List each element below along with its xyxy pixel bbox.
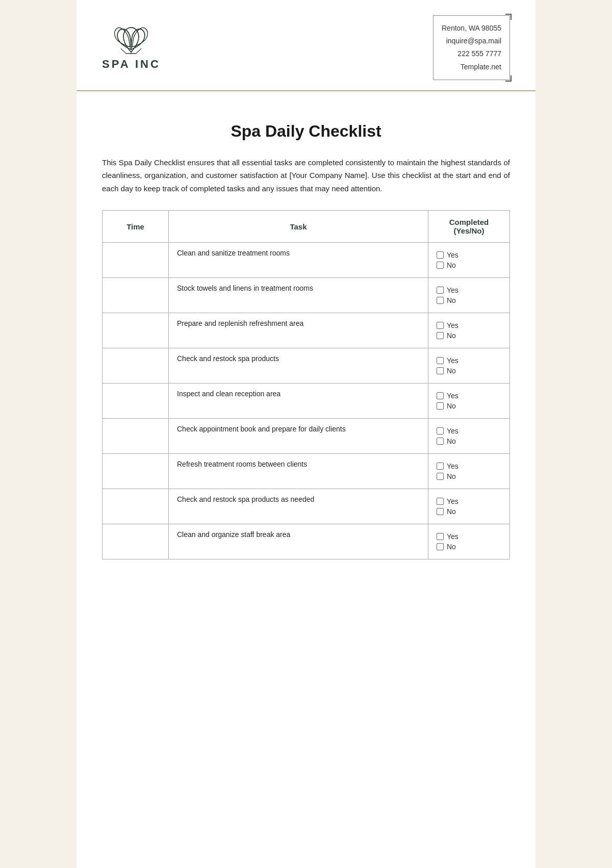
task-cell: Check and restock spa products xyxy=(169,348,428,384)
completed-cell[interactable]: YesNo xyxy=(428,454,510,489)
checkbox-square[interactable] xyxy=(437,297,444,304)
checkbox-square[interactable] xyxy=(437,357,444,364)
table-row: Clean and organize staff break areaYesNo xyxy=(103,524,510,559)
checkbox-label: Yes xyxy=(447,286,458,294)
table-row: Inspect and clean reception areaYesNo xyxy=(103,384,510,419)
checkbox-square[interactable] xyxy=(437,251,444,259)
header-completed: Completed (Yes/No) xyxy=(428,211,510,243)
table-row: Check and restock spa products as needed… xyxy=(103,489,510,524)
completed-cell[interactable]: YesNo xyxy=(428,243,510,278)
checkbox-no[interactable]: No xyxy=(437,543,501,551)
checkbox-label: No xyxy=(447,261,456,269)
table-row: Stock towels and linens in treatment roo… xyxy=(103,278,510,313)
time-cell xyxy=(103,489,169,524)
company-name: SPA INC xyxy=(102,58,161,71)
page: SPA INC Renton, WA 98055 inquire@spa.mai… xyxy=(76,0,536,868)
checkbox-square[interactable] xyxy=(437,392,444,399)
checkbox-yes[interactable]: Yes xyxy=(437,321,501,329)
logo-area: SPA INC xyxy=(102,24,161,71)
completed-cell[interactable]: YesNo xyxy=(428,348,510,384)
checkbox-yes[interactable]: Yes xyxy=(437,532,501,541)
company-email: inquire@spa.mail xyxy=(442,35,501,47)
time-cell xyxy=(103,348,169,384)
task-cell: Check appointment book and prepare for d… xyxy=(169,419,428,454)
checkbox-label: No xyxy=(447,296,456,304)
completed-cell[interactable]: YesNo xyxy=(428,489,510,524)
document-description: This Spa Daily Checklist ensures that al… xyxy=(102,156,510,195)
checkbox-label: Yes xyxy=(447,462,458,470)
checkbox-label: No xyxy=(447,367,456,375)
checkbox-square[interactable] xyxy=(437,438,444,445)
checkbox-no[interactable]: No xyxy=(437,437,501,445)
checkbox-label: No xyxy=(447,402,456,410)
completed-cell[interactable]: YesNo xyxy=(428,419,510,454)
checkbox-square[interactable] xyxy=(437,427,444,435)
checklist-table: Time Task Completed (Yes/No) Clean and s… xyxy=(102,210,510,559)
time-cell xyxy=(103,419,169,454)
completed-cell[interactable]: YesNo xyxy=(428,278,510,313)
table-row: Refresh treatment rooms between clientsY… xyxy=(103,454,510,489)
checkbox-label: No xyxy=(447,331,456,340)
header-task: Task xyxy=(169,211,428,243)
table-row: Check and restock spa productsYesNo xyxy=(103,348,510,384)
checkbox-square[interactable] xyxy=(437,287,444,294)
checkbox-yes[interactable]: Yes xyxy=(437,497,501,505)
checkbox-square[interactable] xyxy=(437,332,444,339)
checkbox-square[interactable] xyxy=(437,508,444,515)
checkbox-square[interactable] xyxy=(437,262,444,269)
completed-cell[interactable]: YesNo xyxy=(428,313,510,348)
header: SPA INC Renton, WA 98055 inquire@spa.mai… xyxy=(76,0,536,91)
time-cell xyxy=(103,313,169,348)
checkbox-square[interactable] xyxy=(437,367,444,374)
time-cell xyxy=(103,454,169,489)
checkbox-no[interactable]: No xyxy=(437,402,501,410)
checkbox-yes[interactable]: Yes xyxy=(437,462,501,470)
checkbox-label: Yes xyxy=(447,497,458,505)
checkbox-no[interactable]: No xyxy=(437,261,501,269)
checkbox-yes[interactable]: Yes xyxy=(437,392,501,400)
checkbox-square[interactable] xyxy=(437,498,444,505)
time-cell xyxy=(103,278,169,313)
time-cell xyxy=(103,524,169,559)
checkbox-label: No xyxy=(447,437,456,445)
task-cell: Prepare and replenish refreshment area xyxy=(169,313,428,348)
checkbox-label: Yes xyxy=(447,427,458,435)
table-row: Check appointment book and prepare for d… xyxy=(103,419,510,454)
contact-block: Renton, WA 98055 inquire@spa.mail 222 55… xyxy=(433,15,510,80)
task-cell: Check and restock spa products as needed xyxy=(169,489,428,524)
checkbox-label: No xyxy=(447,472,456,480)
main-content: Spa Daily Checklist This Spa Daily Check… xyxy=(76,91,536,580)
checkbox-yes[interactable]: Yes xyxy=(437,427,501,435)
time-cell xyxy=(103,243,169,278)
checkbox-label: No xyxy=(447,507,456,516)
task-cell: Refresh treatment rooms between clients xyxy=(169,454,428,489)
checkbox-no[interactable]: No xyxy=(437,472,501,480)
checkbox-label: Yes xyxy=(447,356,458,365)
checkbox-square[interactable] xyxy=(437,322,444,329)
checkbox-no[interactable]: No xyxy=(437,367,501,375)
task-cell: Stock towels and linens in treatment roo… xyxy=(169,278,428,313)
checkbox-yes[interactable]: Yes xyxy=(437,286,501,294)
checkbox-yes[interactable]: Yes xyxy=(437,251,501,259)
checkbox-square[interactable] xyxy=(437,402,444,410)
checkbox-square[interactable] xyxy=(437,533,444,540)
checkbox-square[interactable] xyxy=(437,463,444,470)
checkbox-no[interactable]: No xyxy=(437,296,501,304)
checkbox-label: Yes xyxy=(447,321,458,329)
document-title: Spa Daily Checklist xyxy=(102,122,510,141)
checkbox-yes[interactable]: Yes xyxy=(437,356,501,365)
table-header-row: Time Task Completed (Yes/No) xyxy=(103,211,510,243)
company-website: Template.net xyxy=(442,61,501,73)
company-address: Renton, WA 98055 xyxy=(442,22,501,35)
task-cell: Clean and sanitize treatment rooms xyxy=(169,243,428,278)
checkbox-label: Yes xyxy=(447,392,458,400)
completed-cell[interactable]: YesNo xyxy=(428,384,510,419)
completed-cell[interactable]: YesNo xyxy=(428,524,510,559)
checkbox-no[interactable]: No xyxy=(437,507,501,516)
checkbox-square[interactable] xyxy=(437,543,444,550)
checkbox-square[interactable] xyxy=(437,473,444,480)
company-phone: 222 555 7777 xyxy=(442,47,501,60)
checkbox-label: No xyxy=(447,543,456,551)
checkbox-no[interactable]: No xyxy=(437,331,501,340)
table-row: Clean and sanitize treatment roomsYesNo xyxy=(103,243,510,278)
